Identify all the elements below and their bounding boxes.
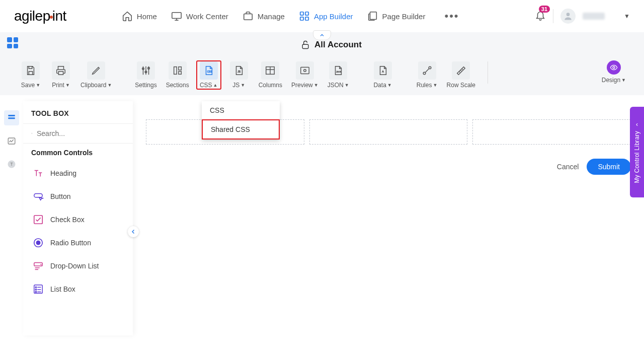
unlock-icon <box>300 40 310 50</box>
toolbox-item-checkbox[interactable]: Check Box <box>30 208 133 231</box>
canvas-drop-zone-2[interactable] <box>309 119 468 145</box>
rail-chart-icon[interactable] <box>4 133 19 149</box>
notifications-bell[interactable]: 31 <box>535 10 546 23</box>
svg-point-30 <box>32 133 33 134</box>
form-icon <box>7 113 16 122</box>
css-file-icon: CSS <box>203 65 214 76</box>
svg-rect-6 <box>370 12 376 20</box>
print-icon <box>55 65 66 76</box>
notification-badge: 31 <box>539 6 550 13</box>
ribbon-preview[interactable]: Preview▼ <box>289 60 320 90</box>
css-dropdown-menu: CSS Shared CSS <box>202 101 280 140</box>
toolbox-item-heading-label: Heading <box>50 169 76 177</box>
toolbox-item-heading[interactable]: Heading <box>30 162 133 185</box>
ribbon-design[interactable]: Design▼ <box>602 60 626 84</box>
svg-rect-12 <box>174 67 177 75</box>
heading-tt-icon <box>33 168 44 179</box>
home-icon <box>122 11 133 22</box>
collapse-header-tab[interactable] <box>313 30 331 40</box>
user-menu-chevron[interactable]: ▼ <box>624 13 630 20</box>
json-file-icon: JSON <box>333 65 344 76</box>
svg-rect-3 <box>305 12 308 15</box>
dropdown-icon <box>33 260 44 271</box>
nav-app-builder[interactable]: App Builder <box>299 11 353 22</box>
t-icon: T <box>7 160 16 169</box>
ribbon-row-scale-label: Row Scale <box>447 82 475 89</box>
svg-text:T: T <box>10 162 13 167</box>
toolbox-item-radio-label: Radio Button <box>50 239 91 247</box>
ribbon-columns[interactable]: Columns <box>257 60 284 90</box>
cancel-button[interactable]: Cancel <box>557 163 579 171</box>
svg-point-38 <box>35 289 36 290</box>
ribbon-js[interactable]: JS JS▼ <box>226 60 252 90</box>
person-icon <box>563 11 573 21</box>
svg-rect-0 <box>172 13 181 19</box>
chevron-left-icon: ‹ <box>636 121 638 128</box>
ribbon-design-label: Design <box>602 77 620 84</box>
ribbon-data[interactable]: A Data▼ <box>370 60 395 90</box>
svg-text:CSS: CSS <box>207 71 211 73</box>
ribbon-columns-label: Columns <box>259 82 282 89</box>
svg-point-34 <box>36 241 40 244</box>
submit-button[interactable]: Submit <box>587 159 631 175</box>
ribbon-row-scale[interactable]: Row Scale <box>445 60 477 90</box>
svg-rect-27 <box>8 138 15 144</box>
ribbon-print[interactable]: Print▼ <box>48 60 73 90</box>
header-divider <box>553 9 553 23</box>
sections-icon <box>172 65 183 76</box>
save-icon <box>25 65 36 76</box>
username-redacted <box>583 13 605 20</box>
svg-rect-31 <box>34 194 43 197</box>
css-dropdown-shared-css[interactable]: Shared CSS <box>202 119 280 140</box>
ribbon-css-label: CSS <box>200 82 212 89</box>
toolbox-item-button-label: Button <box>50 192 70 200</box>
ribbon-css[interactable]: CSS CSS▲ <box>196 60 221 90</box>
data-file-icon: A <box>377 65 388 76</box>
svg-rect-1 <box>244 14 253 20</box>
css-dropdown-css[interactable]: CSS <box>202 101 280 119</box>
pencil-icon <box>91 65 102 76</box>
pages-icon <box>367 11 378 22</box>
ribbon-json[interactable]: JSON JSON▼ <box>326 60 351 90</box>
preview-icon <box>299 65 310 76</box>
nav-home[interactable]: Home <box>122 11 157 22</box>
toolbox-section-header: Common Controls <box>23 144 133 162</box>
nav-more-icon[interactable]: ••• <box>444 10 459 23</box>
ribbon-divider <box>488 61 488 84</box>
toolbox-item-button[interactable]: Button <box>30 185 133 208</box>
chevron-up-icon <box>319 32 325 38</box>
svg-point-7 <box>567 13 570 16</box>
ruler-icon <box>455 65 466 76</box>
ribbon-save[interactable]: Save▼ <box>18 60 43 90</box>
columns-icon <box>265 65 276 76</box>
ribbon-settings[interactable]: Settings <box>133 60 158 90</box>
toolbox-item-radio[interactable]: Radio Button <box>30 231 133 254</box>
ribbon-rules-label: Rules <box>417 82 432 89</box>
nav-work-center[interactable]: Work Center <box>171 11 228 22</box>
toolbox-item-dropdown[interactable]: Drop-Down List <box>30 254 133 278</box>
nav-page-builder[interactable]: Page Builder <box>367 11 426 22</box>
app-grid-icon[interactable] <box>7 37 18 48</box>
toolbox-search-input[interactable] <box>37 129 125 137</box>
ribbon-rules[interactable]: Rules▼ <box>415 60 440 90</box>
user-avatar[interactable] <box>560 9 576 24</box>
nav-manage[interactable]: Manage <box>243 11 285 22</box>
rail-form-icon[interactable] <box>4 110 19 125</box>
drawer-label: My Control Library <box>633 131 640 183</box>
toolbox-item-dropdown-label: Drop-Down List <box>50 262 99 270</box>
grid-icon <box>299 11 310 22</box>
nav-home-label: Home <box>137 12 157 21</box>
rules-icon <box>422 65 433 76</box>
toolbox-item-listbox[interactable]: List Box <box>30 278 133 301</box>
nav-app-builder-label: App Builder <box>314 12 353 21</box>
ribbon-clipboard[interactable]: Clipboard▼ <box>78 60 114 90</box>
ribbon-preview-label: Preview <box>291 82 313 89</box>
ribbon-sections-label: Sections <box>166 82 189 89</box>
ribbon-sections[interactable]: Sections <box>164 60 191 90</box>
my-control-library-drawer[interactable]: ‹ My Control Library <box>630 107 644 197</box>
svg-rect-14 <box>179 72 182 75</box>
eye-icon <box>610 63 618 72</box>
rail-text-icon[interactable]: T <box>4 157 19 172</box>
svg-point-22 <box>423 72 426 75</box>
canvas-drop-zone-3[interactable] <box>472 119 631 145</box>
